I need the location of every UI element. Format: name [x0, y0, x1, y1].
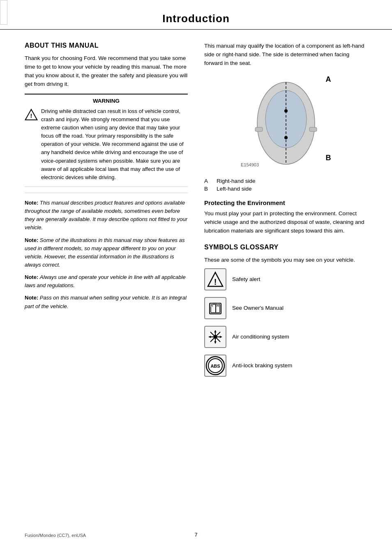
safety-alert-icon: ! [204, 268, 226, 290]
note-2-label: Note: [25, 237, 38, 243]
symbols-intro: These are some of the symbols you may se… [204, 256, 367, 265]
diagram-container: A B [228, 72, 344, 175]
symbols-section: SYMBOLS GLOSSARY These are some of the s… [204, 244, 367, 377]
svg-point-5 [284, 109, 288, 113]
legend-row-a: A Right-hand side [204, 178, 367, 184]
page-header: Introduction [0, 0, 392, 30]
diagram-label-a: A [326, 75, 331, 84]
diagram-label-b: B [326, 154, 331, 162]
symbol-row-manual: See Owner's Manual [204, 297, 367, 319]
svg-text:E154903: E154903 [241, 162, 259, 167]
svg-rect-7 [255, 127, 263, 131]
note-1-label: Note: [25, 200, 38, 206]
page: Introduction ABOUT THIS MANUAL Thank you… [0, 0, 392, 546]
symbol-row-abs: ABS Anti-lock braking system [204, 355, 367, 377]
right-intro-text: This manual may qualify the location of … [204, 42, 367, 68]
symbol-row-safety: ! Safety alert [204, 268, 367, 290]
note-3: Note: Always use and operate your vehicl… [25, 273, 188, 290]
symbols-heading: SYMBOLS GLOSSARY [204, 244, 367, 251]
note-2-text: Some of the illustrations in this manual… [25, 237, 184, 268]
note-1: Note: This manual describes product feat… [25, 199, 188, 232]
note-4-label: Note: [25, 295, 38, 301]
air-conditioning-label: Air conditioning system [232, 333, 289, 341]
main-content: ABOUT THIS MANUAL Thank you for choosing… [0, 42, 392, 383]
svg-marker-22 [209, 336, 211, 338]
about-section-heading: ABOUT THIS MANUAL [25, 42, 188, 49]
protecting-text: You must play your part in protecting th… [204, 210, 367, 235]
left-column: ABOUT THIS MANUAL Thank you for choosing… [25, 42, 188, 383]
warning-content: ! Driving while distracted can result in… [25, 107, 188, 182]
left-tab [0, 0, 7, 25]
svg-marker-20 [214, 330, 217, 332]
legend-letter-b: B [204, 186, 217, 192]
air-conditioning-icon [204, 326, 226, 348]
svg-rect-8 [309, 127, 317, 131]
divider-1 [25, 193, 188, 193]
right-column: This manual may qualify the location of … [204, 42, 367, 383]
abs-label: Anti-lock braking system [232, 362, 292, 370]
warning-box: WARNING ! Driving while distracted can r… [25, 94, 188, 187]
note-3-text: Always use and operate your vehicle in l… [25, 274, 186, 288]
protecting-heading: Protecting the Environment [204, 199, 367, 206]
note-4-text: Pass on this manual when selling your ve… [25, 295, 187, 309]
ab-legend: A Right-hand side B Left-hand side [204, 178, 367, 192]
abs-icon: ABS [204, 355, 226, 377]
note-3-label: Note: [25, 274, 38, 280]
footer-model: Fusion/Mondeo (CC7), enUSA [25, 533, 86, 538]
svg-marker-21 [214, 341, 217, 343]
warning-title: WARNING [25, 98, 188, 104]
svg-text:!: ! [214, 277, 217, 286]
note-4: Note: Pass on this manual when selling y… [25, 294, 188, 310]
legend-row-b: B Left-hand side [204, 186, 367, 192]
owners-manual-icon [204, 297, 226, 319]
legend-letter-a: A [204, 178, 217, 184]
svg-point-6 [284, 136, 288, 139]
diagram-area: A B [204, 72, 367, 192]
legend-desc-a: Right-hand side [217, 178, 256, 184]
about-intro: Thank you for choosing Ford. We recommen… [25, 54, 188, 89]
owners-manual-label: See Owner's Manual [232, 304, 284, 312]
svg-text:ABS: ABS [210, 364, 220, 369]
warning-text: Driving while distracted can result in l… [41, 107, 188, 182]
note-2: Note: Some of the illustrations in this … [25, 236, 188, 270]
svg-marker-23 [220, 336, 222, 338]
note-1-text: This manual describes product features a… [25, 200, 187, 230]
safety-alert-label: Safety alert [232, 276, 260, 283]
warning-triangle-icon: ! [25, 108, 38, 122]
symbol-row-ac: Air conditioning system [204, 326, 367, 348]
svg-text:!: ! [30, 113, 32, 119]
page-title: Introduction [25, 12, 367, 25]
legend-desc-b: Left-hand side [217, 186, 252, 192]
